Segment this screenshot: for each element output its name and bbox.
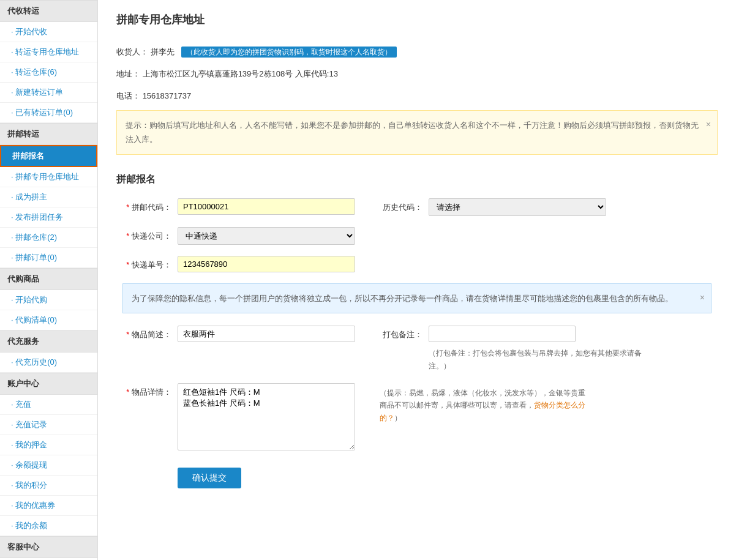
history-code-select[interactable]: 请选择 bbox=[429, 198, 606, 216]
sidebar-item-start-purchase[interactable]: 开始代购 bbox=[0, 290, 97, 310]
item-detail-textarea[interactable]: 红色短袖1件 尺码：M 蓝色长袖1件 尺码：M bbox=[178, 383, 355, 450]
item-desc-label: 物品简述： bbox=[122, 326, 178, 340]
sidebar-section-agency: 代收转运 bbox=[0, 0, 97, 22]
address-label: 地址： bbox=[116, 69, 140, 78]
item-detail-hint-suffix: ） bbox=[394, 414, 402, 422]
sidebar-section-account: 账户中心 bbox=[0, 373, 97, 395]
pack-note-hint: （打包备注：打包会将包裹包装与吊牌去掉，如您有其他要求请备注。） bbox=[429, 345, 649, 372]
express-company-select[interactable]: 中通快递 申通快递 圆通快递 韵达快递 顺丰快递 其他 bbox=[178, 227, 355, 245]
phone-value: 15618371737 bbox=[143, 91, 192, 100]
form-row-item-detail: 物品详情： 红色短袖1件 尺码：M 蓝色长袖1件 尺码：M （提示：易燃，易爆，… bbox=[122, 383, 712, 450]
sidebar-item-deposit[interactable]: 我的押金 bbox=[0, 435, 97, 455]
sidebar-item-pingyou-warehouse-addr[interactable]: 拼邮专用仓库地址 bbox=[0, 167, 97, 187]
form-group-item-detail: 物品详情： 红色短袖1件 尺码：M 蓝色长袖1件 尺码：M bbox=[122, 383, 355, 450]
sidebar-item-recharge[interactable]: 充值 bbox=[0, 395, 97, 415]
item-desc-input[interactable] bbox=[178, 326, 355, 342]
alert-blue: 为了保障您的隐私信息，每一个拼团用户的货物将独立成一包，所以不再分开记录每一件商… bbox=[122, 283, 712, 313]
sidebar-item-pingyou-warehouse[interactable]: 拼邮仓库(2) bbox=[0, 228, 97, 248]
sidebar-item-purchase-list[interactable]: 代购清单(0) bbox=[0, 310, 97, 330]
form-group-item-desc: 物品简述： bbox=[122, 326, 355, 342]
pingyou-code-input[interactable] bbox=[178, 198, 355, 215]
form-group-history-code: 历史代码： 请选择 bbox=[380, 198, 606, 216]
form-group-pack-note: 打包备注： （打包备注：打包会将包裹包装与吊牌去掉，如您有其他要求请备注。） bbox=[380, 326, 649, 372]
express-company-label: 快递公司： bbox=[122, 227, 178, 242]
sidebar-item-balance[interactable]: 我的余额 bbox=[0, 516, 97, 536]
page-title: 拼邮专用仓库地址 bbox=[116, 12, 718, 32]
item-detail-hint: （提示：易燃，易爆，液体（化妆水，洗发水等），金银等贵重商品不可以邮件寄，具体哪… bbox=[380, 383, 588, 424]
form-row-express-no: 快递单号： bbox=[122, 256, 712, 272]
pack-note-input[interactable] bbox=[429, 326, 576, 342]
sidebar-item-become-host[interactable]: 成为拼主 bbox=[0, 187, 97, 207]
sidebar-item-recharge-history[interactable]: 代充历史(0) bbox=[0, 353, 97, 373]
alert-yellow: 提示：购物后填写此地址和人名，人名不能写错，如果您不是参加拼邮的，自己单独转运收… bbox=[116, 110, 718, 155]
form-group-pingyou-code: 拼邮代码： bbox=[122, 198, 355, 215]
sidebar-item-withdraw[interactable]: 余额提现 bbox=[0, 455, 97, 476]
form-row-express-company: 快递公司： 中通快递 申通快递 圆通快递 韵达快递 顺丰快递 其他 bbox=[122, 227, 712, 245]
alert-yellow-close[interactable]: × bbox=[706, 117, 711, 132]
recipient-name: 拼李先 bbox=[151, 47, 175, 56]
alert-yellow-text: 提示：购物后填写此地址和人名，人名不能写错，如果您不是参加拼邮的，自己单独转运收… bbox=[126, 121, 699, 144]
address-value: 上海市松江区九亭镇嘉蓬路139号2栋108号 入库代码:13 bbox=[143, 69, 338, 78]
submit-button[interactable]: 确认提交 bbox=[178, 468, 241, 488]
section-title-signup: 拼邮报名 bbox=[116, 167, 718, 186]
recipient-label: 收货人： bbox=[116, 47, 148, 56]
sidebar-section-purchase: 代购商品 bbox=[0, 268, 97, 290]
recipient-tag: （此收货人即为您的拼团货物识别码，取货时报这个人名取货） bbox=[181, 47, 397, 58]
alert-blue-text: 为了保障您的隐私信息，每一个拼团用户的货物将独立成一包，所以不再分开记录每一件商… bbox=[132, 294, 673, 303]
main-content: 拼邮专用仓库地址 收货人： 拼李先 （此收货人即为您的拼团货物识别码，取货时报这… bbox=[98, 0, 736, 560]
form-area: 拼邮代码： 历史代码： 请选择 快递公司： 中通快递 申通快递 圆通快递 韵达快… bbox=[116, 198, 718, 488]
alert-blue-close[interactable]: × bbox=[700, 290, 705, 305]
item-detail-label: 物品详情： bbox=[122, 383, 178, 398]
sidebar-section-pingyou: 拼邮转运 bbox=[0, 123, 97, 145]
express-no-label: 快递单号： bbox=[122, 256, 178, 271]
sidebar-section-recharge: 代充服务 bbox=[0, 330, 97, 353]
pack-note-label: 打包备注： bbox=[380, 326, 429, 340]
sidebar: 代收转运 开始代收 转运专用仓库地址 转运仓库(6) 新建转运订单 已有转运订单… bbox=[0, 0, 98, 560]
phone-info: 电话： 15618371737 bbox=[116, 88, 718, 104]
history-code-label: 历史代码： bbox=[380, 198, 429, 213]
pingyou-code-label: 拼邮代码： bbox=[122, 198, 178, 213]
sidebar-item-recharge-record[interactable]: 充值记录 bbox=[0, 415, 97, 435]
sidebar-item-pingyou-signup[interactable]: 拼邮报名 bbox=[0, 145, 97, 167]
address-info: 地址： 上海市松江区九亭镇嘉蓬路139号2栋108号 入库代码:13 bbox=[116, 66, 718, 82]
sidebar-item-existing-transfer-order[interactable]: 已有转运订单(0) bbox=[0, 103, 97, 123]
sidebar-item-new-transfer-order[interactable]: 新建转运订单 bbox=[0, 83, 97, 103]
sidebar-item-publish-group[interactable]: 发布拼团任务 bbox=[0, 207, 97, 228]
sidebar-item-pingyou-order[interactable]: 拼邮订单(0) bbox=[0, 248, 97, 268]
sidebar-item-transfer-warehouse[interactable]: 转运仓库(6) bbox=[0, 62, 97, 83]
express-no-input[interactable] bbox=[178, 256, 355, 272]
phone-label: 电话： bbox=[116, 91, 140, 100]
sidebar-item-coupons[interactable]: 我的优惠券 bbox=[0, 496, 97, 516]
sidebar-item-points[interactable]: 我的积分 bbox=[0, 476, 97, 496]
sidebar-item-transfer-warehouse-addr[interactable]: 转运专用仓库地址 bbox=[0, 42, 97, 62]
submit-area: 确认提交 bbox=[122, 461, 712, 488]
form-row-codes: 拼邮代码： 历史代码： 请选择 bbox=[122, 198, 712, 216]
sidebar-item-start-agency[interactable]: 开始代收 bbox=[0, 22, 97, 42]
sidebar-section-service: 客服中心 bbox=[0, 536, 97, 558]
recipient-info: 收货人： 拼李先 （此收货人即为您的拼团货物识别码，取货时报这个人名取货） bbox=[116, 44, 718, 60]
form-row-desc-note: 物品简述： 打包备注： （打包备注：打包会将包裹包装与吊牌去掉，如您有其他要求请… bbox=[122, 326, 712, 372]
